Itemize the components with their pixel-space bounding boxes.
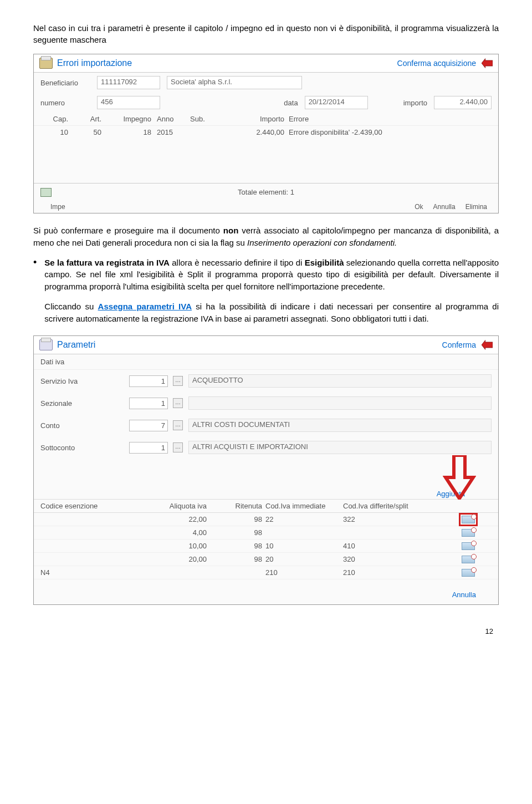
cell-cod-immediate: 20 xyxy=(265,555,343,563)
table-row[interactable]: 10 50 18 2015 2.440,00 Errore disponibil… xyxy=(34,126,498,139)
lookup-button[interactable]: … xyxy=(173,376,183,386)
cell-cod-immediate: 22 xyxy=(265,515,343,523)
data-label: data xyxy=(284,99,298,107)
cell-art: 50 xyxy=(74,128,107,136)
ok-label: Ok xyxy=(415,203,423,211)
parametri-window: Parametri Conferma Dati iva Servizio Iva… xyxy=(33,335,499,605)
row-action-icon[interactable] xyxy=(462,569,475,577)
param-row: Conto7…ALTRI COSTI DOCUMENTATI xyxy=(34,414,498,436)
annulla-label: Annulla xyxy=(433,203,456,211)
lookup-button[interactable]: … xyxy=(173,420,183,430)
iva-table-row[interactable]: 22,009822322 xyxy=(34,513,498,526)
col-aliquota-iva: Aliquota iva xyxy=(129,502,218,510)
row-action-icon[interactable] xyxy=(462,516,475,523)
col-sub: Sub. xyxy=(190,115,223,123)
col-importo: Importo xyxy=(223,115,289,123)
aggiunta-row: Aggiunta xyxy=(34,486,498,499)
numero-data-importo-row: numero 456 data 20/12/2014 importo 2.440… xyxy=(34,93,498,113)
cell-importo: 2.440,00 xyxy=(223,128,289,136)
cell-errore: Errore disponibilita' -2.439,00 xyxy=(289,128,492,136)
col-errore: Errore xyxy=(289,115,492,123)
param-code-field[interactable]: 1 xyxy=(129,442,168,454)
cell-ritenuta: 98 xyxy=(218,542,265,550)
beneficiario-name-field[interactable]: Societa' alpha S.r.l. xyxy=(167,76,302,89)
cell-cod-differite: 210 xyxy=(343,568,432,577)
cell-anno: 2015 xyxy=(157,128,190,136)
window-icon xyxy=(39,339,53,350)
paragraph-1: Si può confermare e proseguire ma il doc… xyxy=(33,225,499,249)
intro-paragraph: Nel caso in cui tra i parametri è presen… xyxy=(33,22,499,45)
table-header: Cap. Art. Impegno Anno Sub. Importo Erro… xyxy=(34,113,498,126)
elimina-label: Elimina xyxy=(466,203,487,211)
param-label: Sezionale xyxy=(40,399,124,408)
param-row: Servizio Iva1…ACQUEDOTTO xyxy=(34,370,498,392)
param-code-field[interactable]: 7 xyxy=(129,420,168,431)
cell-ritenuta: 98 xyxy=(218,528,265,537)
bullet-item: • Se la fattura va registrata in IVA all… xyxy=(33,257,499,325)
annulla-link[interactable]: Annulla xyxy=(452,591,476,599)
lookup-button[interactable]: … xyxy=(173,442,183,452)
data-field[interactable]: 20/12/2014 xyxy=(305,96,368,109)
cell-aliquota: 10,00 xyxy=(129,542,218,550)
page-number: 12 xyxy=(33,627,499,635)
window-title: Parametri xyxy=(57,340,95,350)
numero-label: numero xyxy=(40,99,90,107)
col-cap: Cap. xyxy=(40,115,74,123)
behind-footer: Impe Ok Annulla Elimina xyxy=(34,201,498,213)
errori-importazione-window: Errori importazione Conferma acquisizion… xyxy=(33,54,499,213)
dati-iva-section: Dati iva xyxy=(34,354,498,370)
col-ritenuta: Ritenuta xyxy=(218,502,265,510)
param-code-field[interactable]: 1 xyxy=(129,375,168,387)
titlebar: Parametri Conferma xyxy=(34,336,498,354)
conferma-link[interactable]: Conferma xyxy=(442,340,476,349)
cell-impegno: 18 xyxy=(107,128,157,136)
row-action-icon[interactable] xyxy=(462,542,475,550)
totale-elementi: Totale elementi: 1 xyxy=(238,188,294,196)
col-impegno: Impegno xyxy=(107,115,157,123)
cell-cod-differite: 320 xyxy=(343,555,432,563)
window-title: Errori importazione xyxy=(57,58,132,68)
param-row: Sezionale1… xyxy=(34,392,498,414)
iva-table-row[interactable]: 20,009820320 xyxy=(34,553,498,566)
back-arrow-icon[interactable] xyxy=(482,58,493,68)
row-action-icon[interactable] xyxy=(462,529,475,537)
beneficiario-row: Beneficiario 111117092 Societa' alpha S.… xyxy=(34,73,498,93)
importo-field[interactable]: 2.440,00 xyxy=(434,96,492,109)
red-arrow-annotation xyxy=(443,455,476,500)
iva-table-row[interactable]: 10,009810410 xyxy=(34,540,498,553)
export-icon[interactable] xyxy=(40,188,52,197)
param-label: Sottoconto xyxy=(40,444,124,452)
param-code-field[interactable]: 1 xyxy=(129,398,168,409)
iva-table-row[interactable]: N4210210 xyxy=(34,566,498,579)
cell-cod-differite: 410 xyxy=(343,542,432,550)
back-arrow-icon[interactable] xyxy=(482,340,493,350)
cell-cod-differite: 322 xyxy=(343,515,432,523)
window-footer: Totale elementi: 1 xyxy=(34,183,498,201)
cell-sub xyxy=(190,128,223,136)
beneficiario-code-field[interactable]: 111117092 xyxy=(97,76,160,89)
cell-cod-immediate: 10 xyxy=(265,542,343,550)
lookup-button[interactable]: … xyxy=(173,398,183,408)
row-action-icon[interactable] xyxy=(462,556,475,563)
param-desc-field xyxy=(188,396,492,410)
param-label: Conto xyxy=(40,421,124,430)
cell-ritenuta: 98 xyxy=(218,555,265,563)
cell-aliquota: 4,00 xyxy=(129,528,218,537)
assegna-parametri-iva-link[interactable]: Assegna parametri IVA xyxy=(98,302,192,311)
iva-table-row[interactable]: 4,0098 xyxy=(34,526,498,540)
cell-aliquota: 20,00 xyxy=(129,555,218,563)
col-art: Art. xyxy=(74,115,107,123)
cell-cod-immediate: 210 xyxy=(265,568,343,577)
cell-ritenuta: 98 xyxy=(218,515,265,523)
param-desc-field: ALTRI ACQUISTI E IMPORTAZIONI xyxy=(188,441,492,454)
param-desc-field: ALTRI COSTI DOCUMENTATI xyxy=(188,419,492,432)
titlebar: Errori importazione Conferma acquisizion… xyxy=(34,54,498,73)
col-codice-esenzione: Codice esenzione xyxy=(40,502,129,510)
beneficiario-label: Beneficiario xyxy=(40,79,90,87)
numero-field[interactable]: 456 xyxy=(97,96,160,109)
param-desc-field: ACQUEDOTTO xyxy=(188,374,492,388)
impe-label: Impe xyxy=(45,203,65,211)
param-row: Sottoconto1…ALTRI ACQUISTI E IMPORTAZION… xyxy=(34,436,498,459)
bullet-icon: • xyxy=(33,257,37,325)
conferma-acquisizione-link[interactable]: Conferma acquisizione xyxy=(397,59,476,68)
